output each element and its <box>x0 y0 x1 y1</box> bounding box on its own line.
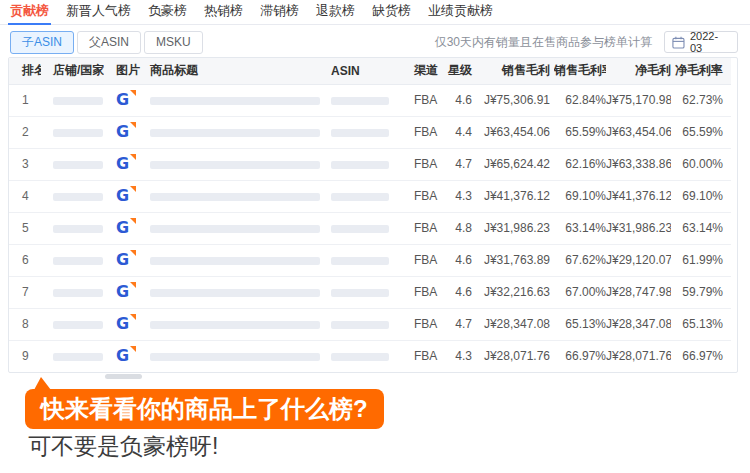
cell-sales_gross_margin: 62.84% <box>554 84 606 116</box>
table-row[interactable]: 4GFBA4.3J¥41,376.1269.10%J¥41,376.1269.1… <box>9 180 731 212</box>
cell-channel: FBA <box>402 180 444 212</box>
cell-channel: FBA <box>402 116 444 148</box>
promo-bubble-text: 快来看看你的商品上了什么榜? <box>41 395 368 422</box>
table-row[interactable]: 8GFBA4.7J¥28,347.0865.13%J¥28,347.0865.1… <box>9 308 731 340</box>
cell-star: 4.3 <box>444 340 482 372</box>
cell-sales_gross_margin: 63.14% <box>554 212 606 244</box>
product-image-logo-icon: G <box>116 252 129 268</box>
asin-placeholder <box>331 97 389 105</box>
tab-new-popular[interactable]: 新晋人气榜 <box>66 0 131 24</box>
cell-sales_gross_profit: J¥41,376.12 <box>482 180 554 212</box>
cell-channel: FBA <box>402 84 444 116</box>
column-header-sales_gross_margin: 销售毛利率 <box>554 58 606 84</box>
column-header-store: 店铺/国家 <box>41 58 104 84</box>
title-placeholder <box>150 225 320 233</box>
column-header-channel: 渠道 <box>402 58 444 84</box>
table-row[interactable]: 3GFBA4.7J¥65,624.4262.16%J¥63,338.8660.0… <box>9 148 731 180</box>
cell-net_profit: J¥29,120.07 <box>606 244 671 276</box>
asin-type-button-parent-asin[interactable]: 父ASIN <box>77 31 141 54</box>
cell-sales_gross_profit: J¥31,763.89 <box>482 244 554 276</box>
store-placeholder <box>53 353 103 361</box>
table-row[interactable]: 2GFBA4.4J¥63,454.0665.59%J¥63,454.0665.5… <box>9 116 731 148</box>
cell-star: 4.7 <box>444 148 482 180</box>
filter-bar: 子ASIN父ASINMSKU 仅30天内有销量且在售商品参与榜单计算 2022-… <box>0 30 750 54</box>
ranking-table: 排名店铺/国家图片商品标题ASIN渠道星级销售毛利销售毛利率净毛利净毛利率 1G… <box>8 57 738 373</box>
cell-sales_gross_margin: 69.10% <box>554 180 606 212</box>
cell-star: 4.3 <box>444 180 482 212</box>
tab-contribution[interactable]: 贡献榜 <box>10 0 49 24</box>
asin-type-button-msku[interactable]: MSKU <box>144 31 203 54</box>
table-row[interactable]: 5GFBA4.8J¥31,986.2363.14%J¥31,986.2363.1… <box>9 212 731 244</box>
store-placeholder <box>53 129 103 137</box>
cell-sales_gross_margin: 67.62% <box>554 244 606 276</box>
cell-channel: FBA <box>402 148 444 180</box>
tab-slow-sale[interactable]: 滞销榜 <box>260 0 299 24</box>
cell-sales_gross_profit: J¥28,071.76 <box>482 340 554 372</box>
cell-sales_gross_margin: 67.00% <box>554 276 606 308</box>
cell-sales_gross_profit: J¥31,986.23 <box>482 212 554 244</box>
store-placeholder <box>53 97 103 105</box>
product-image-logo-icon: G <box>116 188 129 204</box>
cell-rank: 6 <box>9 244 41 276</box>
cell-net_margin: 69.10% <box>671 180 731 212</box>
cell-rank: 8 <box>9 308 41 340</box>
cell-rank: 5 <box>9 212 41 244</box>
month-picker[interactable]: 2022-03 <box>664 31 738 53</box>
cell-star: 4.6 <box>444 244 482 276</box>
month-picker-value: 2022-03 <box>690 30 730 54</box>
page: 贡献榜新晋人气榜负豪榜热销榜滞销榜退款榜缺货榜业绩贡献榜 子ASIN父ASINM… <box>0 0 750 473</box>
column-header-asin: ASIN <box>324 58 402 84</box>
store-placeholder <box>53 225 103 233</box>
title-placeholder <box>150 257 320 265</box>
column-header-image: 图片 <box>104 58 142 84</box>
table-row[interactable]: 6GFBA4.6J¥31,763.8967.62%J¥29,120.0761.9… <box>9 244 731 276</box>
table-row[interactable]: 1GFBA4.6J¥75,306.9162.84%J¥75,170.9862.7… <box>9 84 731 116</box>
cell-net_margin: 66.97% <box>671 340 731 372</box>
table-row[interactable]: 7GFBA4.6J¥32,216.6367.00%J¥28,747.9859.7… <box>9 276 731 308</box>
asin-type-button-child-asin[interactable]: 子ASIN <box>10 31 74 54</box>
promo-subtext: 可不要是负豪榜呀! <box>28 431 218 462</box>
cell-sales_gross_profit: J¥63,454.06 <box>482 116 554 148</box>
column-header-rank: 排名 <box>9 58 41 84</box>
cell-channel: FBA <box>402 308 444 340</box>
ranking-tabbar: 贡献榜新晋人气榜负豪榜热销榜滞销榜退款榜缺货榜业绩贡献榜 <box>0 0 750 25</box>
cell-sales_gross_margin: 65.13% <box>554 308 606 340</box>
asin-placeholder <box>331 353 389 361</box>
horizontal-scrollbar-thumb[interactable] <box>105 374 142 379</box>
title-placeholder <box>150 289 320 297</box>
cell-net_profit: J¥75,170.98 <box>606 84 671 116</box>
cell-star: 4.7 <box>444 308 482 340</box>
asin-placeholder <box>331 321 389 329</box>
cell-rank: 2 <box>9 116 41 148</box>
table-body: 1GFBA4.6J¥75,306.9162.84%J¥75,170.9862.7… <box>9 84 731 372</box>
title-placeholder <box>150 321 320 329</box>
cell-net_profit: J¥28,747.98 <box>606 276 671 308</box>
column-header-star: 星级 <box>444 58 482 84</box>
tab-hot-sale[interactable]: 热销榜 <box>204 0 243 24</box>
cell-net_margin: 63.14% <box>671 212 731 244</box>
asin-placeholder <box>331 129 389 137</box>
tab-out-of-stock[interactable]: 缺货榜 <box>372 0 411 24</box>
product-image-logo-icon: G <box>116 124 129 140</box>
product-image-logo-icon: G <box>116 92 129 108</box>
table-header: 排名店铺/国家图片商品标题ASIN渠道星级销售毛利销售毛利率净毛利净毛利率 <box>9 58 731 84</box>
cell-net_profit: J¥63,454.06 <box>606 116 671 148</box>
cell-channel: FBA <box>402 276 444 308</box>
promo-bubble: 快来看看你的商品上了什么榜? <box>25 389 384 429</box>
product-image-logo-icon: G <box>116 156 129 172</box>
tab-refund[interactable]: 退款榜 <box>316 0 355 24</box>
product-image-logo-icon: G <box>116 348 129 364</box>
cell-star: 4.6 <box>444 84 482 116</box>
cell-channel: FBA <box>402 340 444 372</box>
title-placeholder <box>150 129 320 137</box>
calendar-icon <box>672 36 685 49</box>
tab-negative-rich[interactable]: 负豪榜 <box>148 0 187 24</box>
store-placeholder <box>53 161 103 169</box>
product-image-logo-icon: G <box>116 220 129 236</box>
product-image-logo-icon: G <box>116 284 129 300</box>
cell-sales_gross_profit: J¥28,347.08 <box>482 308 554 340</box>
cell-rank: 4 <box>9 180 41 212</box>
tab-performance-contribution[interactable]: 业绩贡献榜 <box>428 0 493 24</box>
table-header-row: 排名店铺/国家图片商品标题ASIN渠道星级销售毛利销售毛利率净毛利净毛利率 <box>9 58 731 84</box>
table-row[interactable]: 9GFBA4.3J¥28,071.7666.97%J¥28,071.7666.9… <box>9 340 731 372</box>
